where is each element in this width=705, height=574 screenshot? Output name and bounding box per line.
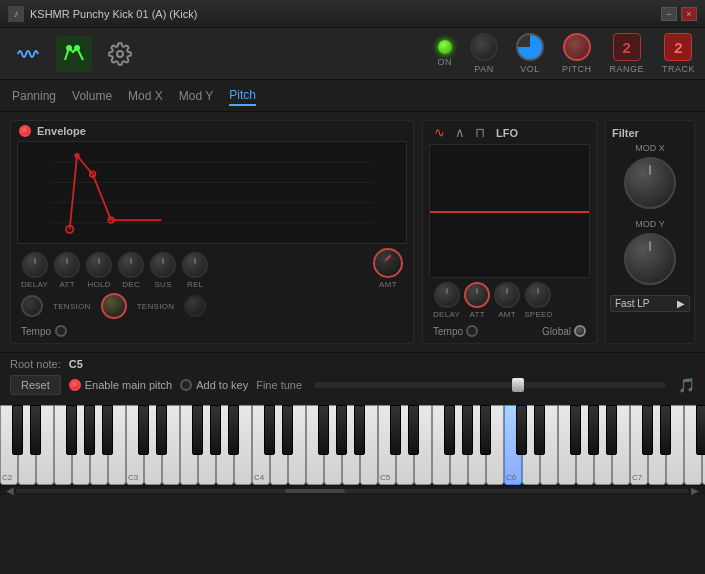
- lfo-shape-square[interactable]: ⊓: [472, 125, 488, 140]
- tab-volume[interactable]: Volume: [72, 87, 112, 105]
- black-key-4-C6[interactable]: [588, 405, 599, 455]
- black-key-1-C6[interactable]: [534, 405, 545, 455]
- filter-panel: Filter MOD X MOD Y Fast LP ▶: [605, 120, 695, 344]
- black-key-4-C2[interactable]: [84, 405, 95, 455]
- lfo-shape-sine[interactable]: ∿: [431, 125, 448, 140]
- black-key-0-C7[interactable]: [642, 405, 653, 455]
- pitch-knob[interactable]: [563, 33, 591, 61]
- filter-type-value: Fast LP: [615, 298, 649, 309]
- black-key-0-C2[interactable]: [12, 405, 23, 455]
- add-to-key-option[interactable]: Add to key: [180, 379, 248, 391]
- black-key-4-C3[interactable]: [210, 405, 221, 455]
- tab-panning[interactable]: Panning: [12, 87, 56, 105]
- tension-knob-1[interactable]: [21, 295, 43, 317]
- black-key-1-C4[interactable]: [282, 405, 293, 455]
- black-key-0-C5[interactable]: [390, 405, 401, 455]
- scroll-thumb[interactable]: [285, 489, 345, 493]
- black-key-5-C6[interactable]: [606, 405, 617, 455]
- envelope-knobs-row: DELAY ATT HOLD DEC SUS: [11, 244, 413, 293]
- lfo-speed-knob[interactable]: [525, 282, 551, 308]
- black-key-3-C4[interactable]: [318, 405, 329, 455]
- lfo-tempo-dot[interactable]: [466, 325, 478, 337]
- tension-knob-2[interactable]: [101, 293, 127, 319]
- scroll-right-arrow[interactable]: ▶: [689, 485, 701, 495]
- settings-icon-btn[interactable]: [102, 36, 138, 72]
- lfo-att-knob[interactable]: [464, 282, 490, 308]
- on-led[interactable]: [438, 40, 452, 54]
- pitch-control[interactable]: PITCH: [562, 33, 592, 74]
- rel-knob-group: REL: [182, 252, 208, 289]
- lfo-delay-knob[interactable]: [434, 282, 460, 308]
- filter-mody-knob[interactable]: [624, 233, 676, 285]
- att-knob[interactable]: [54, 252, 80, 278]
- pan-control[interactable]: PAN: [470, 33, 498, 74]
- horizontal-scrollbar[interactable]: ◀ ▶: [0, 485, 705, 495]
- waveform-icon-btn[interactable]: [10, 36, 46, 72]
- black-key-0-C6[interactable]: [516, 405, 527, 455]
- black-key-1-C5[interactable]: [408, 405, 419, 455]
- black-key-3-C3[interactable]: [192, 405, 203, 455]
- fine-tune-slider[interactable]: [314, 382, 666, 388]
- close-button[interactable]: ×: [681, 7, 697, 21]
- minimize-button[interactable]: −: [661, 7, 677, 21]
- hold-knob-group: HOLD: [86, 252, 112, 289]
- env-amt-knob[interactable]: [373, 248, 403, 278]
- range-badge[interactable]: 2: [613, 33, 641, 61]
- track-badge[interactable]: 2: [664, 33, 692, 61]
- tab-mody[interactable]: Mod Y: [179, 87, 213, 105]
- black-key-3-C7[interactable]: [696, 405, 705, 455]
- lfo-global-dot[interactable]: [574, 325, 586, 337]
- rel-knob[interactable]: [182, 252, 208, 278]
- black-key-4-C4[interactable]: [336, 405, 347, 455]
- black-key-1-C2[interactable]: [30, 405, 41, 455]
- hold-knob[interactable]: [86, 252, 112, 278]
- enable-pitch-radio[interactable]: [69, 379, 81, 391]
- black-key-3-C2[interactable]: [66, 405, 77, 455]
- envelope-icon-btn[interactable]: [56, 36, 92, 72]
- envelope-radio[interactable]: [19, 125, 31, 137]
- black-key-4-C5[interactable]: [462, 405, 473, 455]
- black-key-3-C5[interactable]: [444, 405, 455, 455]
- tension-knob-3[interactable]: [184, 295, 206, 317]
- delay-knob[interactable]: [22, 252, 48, 278]
- bottom-section: Root note: C5 Reset Enable main pitch Ad…: [0, 352, 705, 405]
- lfo-shape-tri[interactable]: ∧: [452, 125, 468, 140]
- black-key-0-C4[interactable]: [264, 405, 275, 455]
- reset-button[interactable]: Reset: [10, 375, 61, 395]
- dec-label: DEC: [122, 280, 140, 289]
- pan-knob[interactable]: [470, 33, 498, 61]
- envelope-title: Envelope: [37, 125, 86, 137]
- black-key-5-C2[interactable]: [102, 405, 113, 455]
- env-tempo-dot[interactable]: [55, 325, 67, 337]
- lfo-att-group: ATT: [464, 282, 490, 319]
- black-key-1-C7[interactable]: [660, 405, 671, 455]
- add-to-key-radio[interactable]: [180, 379, 192, 391]
- range-control[interactable]: 2 RANGE: [609, 33, 644, 74]
- vol-control[interactable]: VOL: [516, 33, 544, 74]
- root-note-label: Root note:: [10, 358, 61, 370]
- tab-modx[interactable]: Mod X: [128, 87, 163, 105]
- scroll-left-arrow[interactable]: ◀: [4, 485, 16, 495]
- filter-type-select[interactable]: Fast LP ▶: [610, 295, 690, 312]
- black-key-0-C3[interactable]: [138, 405, 149, 455]
- sus-knob[interactable]: [150, 252, 176, 278]
- filter-modx-knob[interactable]: [624, 157, 676, 209]
- tab-pitch[interactable]: Pitch: [229, 86, 256, 106]
- fine-tune-thumb[interactable]: [512, 378, 524, 392]
- on-control[interactable]: ON: [437, 40, 452, 67]
- black-key-5-C3[interactable]: [228, 405, 239, 455]
- bird-icon[interactable]: 🎵: [678, 377, 695, 393]
- dec-knob[interactable]: [118, 252, 144, 278]
- lfo-amt-knob[interactable]: [494, 282, 520, 308]
- delay-label: DELAY: [21, 280, 48, 289]
- track-control[interactable]: 2 TRACK: [662, 33, 695, 74]
- lfo-speed-group: SPEED: [524, 282, 553, 319]
- enable-pitch-option[interactable]: Enable main pitch: [69, 379, 172, 391]
- vol-knob[interactable]: [516, 33, 544, 61]
- black-key-5-C5[interactable]: [480, 405, 491, 455]
- sus-knob-group: SUS: [150, 252, 176, 289]
- black-key-5-C4[interactable]: [354, 405, 365, 455]
- black-key-3-C6[interactable]: [570, 405, 581, 455]
- scroll-track: [16, 489, 689, 493]
- black-key-1-C3[interactable]: [156, 405, 167, 455]
